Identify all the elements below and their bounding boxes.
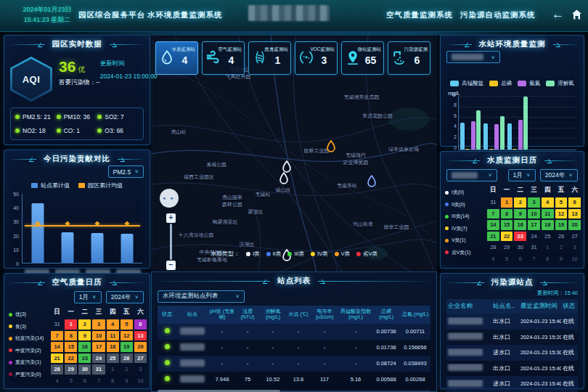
month-select[interactable]: 1月∨	[508, 169, 536, 181]
series-bar[interactable]	[465, 149, 470, 150]
nav-pollution-system[interactable]: 污染源自动监测系统	[460, 10, 536, 20]
map-filter-button[interactable]: 微站监测站65	[341, 41, 384, 75]
table-row[interactable]: 7.9487510.5213.61175.160.005880.002685.5…	[158, 372, 430, 388]
calendar-day: 29	[501, 242, 513, 253]
nav-park-platform[interactable]: 园区综合服务平台	[78, 10, 145, 20]
button-label: 污染源监测	[404, 46, 428, 53]
legend-item[interactable]: 站点累计值	[31, 181, 70, 189]
year-select[interactable]: 2024年∨	[106, 291, 144, 303]
station-bar[interactable]	[31, 203, 44, 263]
calendar-day: 7	[487, 209, 499, 219]
map-filter-button[interactable]: 恶臭监测站1	[248, 41, 291, 75]
site-cell: 出水口	[491, 333, 519, 341]
button-label: 空气监测站	[219, 46, 242, 53]
series-bar[interactable]	[523, 97, 528, 150]
value-cell: -	[310, 360, 339, 367]
series-bar[interactable]	[489, 149, 494, 150]
legend-item[interactable]: 溶解氧	[546, 80, 574, 87]
legend-item[interactable]: 高锰酸盐	[450, 80, 483, 87]
map-canvas[interactable]: 无锡惠山飞凤牡丹园惠山站锡西工业园区洛城公园无锡潮东生态园东进花园公园双桥工业园…	[151, 32, 437, 392]
legend-item[interactable]: 氨氮	[518, 80, 540, 87]
zoom-slider[interactable]	[170, 224, 172, 260]
pollution-source-row[interactable]: 出水口2024-01-23 15:40..在线	[446, 314, 578, 330]
station-select[interactable]: ∨	[446, 169, 497, 181]
calendar-day: 4	[487, 254, 499, 264]
pollution-source-row[interactable]: 出水口2024-01-23 15:40..在线	[446, 361, 578, 377]
bar-slot	[83, 194, 113, 263]
table-row[interactable]: ------0.017360.156656-	[158, 340, 430, 356]
calendar-day: 30	[514, 242, 526, 253]
online-dot	[165, 328, 170, 333]
water-station-marker[interactable]	[279, 172, 289, 187]
series-bar[interactable]	[518, 120, 523, 150]
table-row[interactable]: ------0.007360.00711-	[158, 324, 430, 340]
series-bar[interactable]	[483, 123, 488, 150]
series-bar[interactable]	[476, 110, 481, 150]
series-bar[interactable]	[494, 124, 499, 150]
panel-title: 水站环境质量监测	[472, 39, 553, 49]
calendar-day: 4	[51, 376, 63, 386]
series-bar[interactable]	[507, 123, 512, 150]
value-cell: 0.038493	[400, 360, 430, 367]
calendar-day: 25	[542, 232, 554, 242]
contribution-chart: 01020304050	[9, 194, 144, 264]
station-bar[interactable]	[61, 232, 73, 263]
value-cell: -	[259, 360, 287, 367]
series-bar[interactable]	[460, 123, 465, 150]
legend-label: 轻度污染(14)	[15, 335, 44, 342]
calendar-day: 14	[51, 342, 63, 352]
calendar-day: 8	[542, 254, 554, 264]
nav-water-system[interactable]: 水环境质量监测系统	[147, 10, 223, 20]
map-filter-button[interactable]: 空气监测站4	[202, 41, 245, 75]
calendar-day: 10	[134, 376, 147, 386]
value-cell: 0.00736	[372, 328, 400, 335]
button-label: 水质监测站	[172, 46, 196, 53]
legend-item[interactable]: 园区累计均值	[78, 181, 123, 189]
map-filter-button[interactable]: 污染源监测6	[388, 41, 430, 75]
aqi-value: 36	[59, 58, 75, 75]
series-bar[interactable]	[471, 121, 475, 150]
calendar-day: 12	[555, 209, 568, 219]
calendar-day: 28	[487, 242, 499, 253]
pollutant-select[interactable]: PM2.5∨	[108, 166, 144, 178]
contribution-panel: 今日污染贡献对比 PM2.5∨ 站点累计值园区累计均值 01020304050	[4, 150, 150, 269]
back-arrow-icon[interactable]: ←	[552, 7, 564, 22]
water-station-marker[interactable]	[367, 175, 377, 190]
column-header: 总氮 (mg/L)	[400, 306, 430, 324]
station-select[interactable]: ∨	[446, 51, 500, 63]
calendar-day: 31	[487, 197, 499, 208]
pollution-source-row[interactable]: 进水口2024-01-23 15:40..在线	[446, 376, 578, 392]
series-bar[interactable]	[513, 149, 517, 150]
pollutant-value: NO2: 18	[23, 127, 46, 134]
year-select[interactable]: 2024年∨	[540, 169, 578, 181]
table-horizontal-scrollbar[interactable]	[158, 390, 430, 392]
legend-item[interactable]: 总磷	[489, 80, 512, 87]
table-row[interactable]: ------0.087240.038493-	[158, 356, 430, 372]
station-list-select[interactable]: 水环境监测站点列表∨	[158, 290, 245, 303]
station-bar[interactable]	[91, 233, 104, 263]
panel-title: 污染源站点	[484, 277, 541, 287]
map-filter-button[interactable]: 水质监测站4	[155, 41, 198, 75]
pollution-source-row[interactable]: 出水口2024-01-23 15:20..在线	[446, 330, 578, 346]
map-place-label: 洛城公园	[206, 161, 226, 168]
water-calendar-panel: 水质监测日历 ∨ 1月∨ 2024年∨ I类(0)II类(0)III类(14)I…	[440, 151, 584, 269]
map-pan-control[interactable]	[160, 189, 179, 208]
month-select[interactable]: 1月∨	[74, 291, 102, 303]
bar-slot	[113, 194, 142, 263]
home-icon[interactable]	[571, 9, 582, 20]
value-cell: 0.08724	[372, 360, 400, 367]
value-cell: -	[208, 328, 236, 335]
series-bar[interactable]	[500, 116, 505, 150]
pollution-source-row[interactable]: 进水口2024-01-23 15:30..在线	[446, 345, 578, 361]
status-cell: 在线	[561, 348, 579, 356]
map-filter-button[interactable]: VOC监测站3	[295, 41, 338, 75]
station-count: 6	[409, 54, 425, 66]
map-place-label: 森林公园	[222, 201, 242, 208]
zoom-out-button[interactable]: −	[166, 261, 176, 270]
water-station-marker[interactable]	[327, 140, 336, 155]
station-bar[interactable]	[121, 234, 134, 263]
calendar-day: 20	[568, 220, 581, 230]
nav-air-system[interactable]: 空气质量监测系统	[386, 10, 453, 20]
average-line	[25, 225, 139, 226]
zoom-in-button[interactable]: +	[166, 213, 176, 223]
